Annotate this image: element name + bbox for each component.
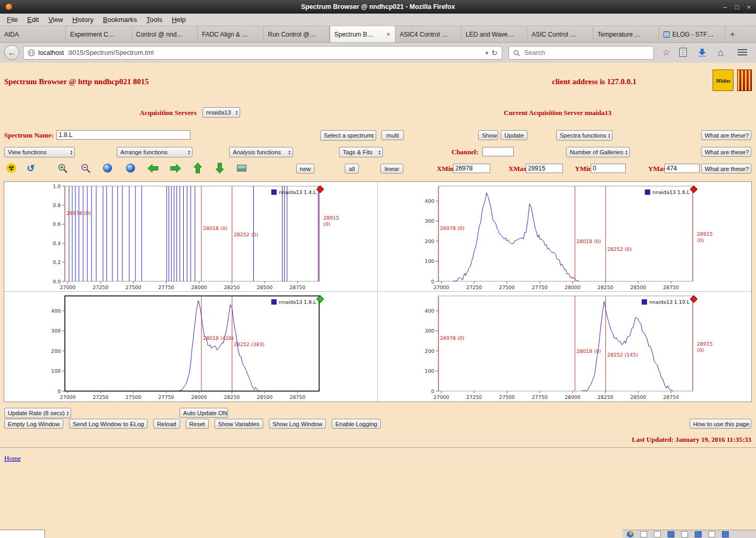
update-rate-dropdown[interactable]: Update Rate (8 secs) bbox=[4, 408, 71, 418]
blue-sphere-icon-1[interactable] bbox=[103, 164, 112, 173]
analysis-functions-dropdown[interactable]: Analysis functions bbox=[229, 147, 293, 157]
tab-close-icon[interactable]: × bbox=[386, 30, 391, 38]
how-to-use-button[interactable]: How to use this page bbox=[690, 419, 751, 429]
tab-elog[interactable]: ELOG - STF… bbox=[659, 26, 725, 42]
zoom-in-icon[interactable] bbox=[58, 163, 68, 174]
all-button[interactable]: all bbox=[345, 164, 359, 174]
menu-history[interactable]: History bbox=[67, 14, 98, 25]
back-button[interactable]: ← bbox=[4, 45, 19, 60]
background-window-edge[interactable] bbox=[0, 530, 45, 538]
home-link[interactable]: Home bbox=[4, 454, 21, 463]
tab-spectrum-browser[interactable]: Spectrum B… × bbox=[330, 26, 396, 42]
menu-view[interactable]: View bbox=[43, 14, 67, 25]
taskbar-icon-5[interactable] bbox=[695, 531, 702, 537]
ymin-input[interactable] bbox=[591, 164, 626, 173]
blue-sphere-icon-2[interactable] bbox=[126, 164, 135, 173]
arrange-functions-dropdown[interactable]: Arrange functions bbox=[117, 147, 193, 157]
downloads-icon[interactable] bbox=[698, 48, 706, 56]
channel-input[interactable] bbox=[482, 147, 514, 156]
hamburger-menu-icon[interactable] bbox=[738, 49, 747, 55]
svg-text:27750: 27750 bbox=[159, 284, 174, 290]
menu-file[interactable]: File bbox=[2, 14, 22, 25]
minimize-icon[interactable]: – bbox=[723, 3, 727, 11]
multi-button[interactable]: multi bbox=[381, 130, 404, 140]
home-icon[interactable]: ⌂ bbox=[718, 47, 724, 59]
show-log-window-button[interactable]: Show Log Window bbox=[269, 419, 326, 429]
xmax-input[interactable] bbox=[526, 164, 563, 173]
library-icon[interactable] bbox=[679, 48, 687, 57]
spectrum-plot-1-10-L[interactable]: 2700027250275002775028000282502850028750… bbox=[378, 292, 751, 402]
spectra-functions-dropdown[interactable]: Spectra functions bbox=[556, 130, 613, 141]
what-are-these-button-2[interactable]: What are these? bbox=[701, 147, 751, 157]
menu-edit[interactable]: Edit bbox=[22, 14, 43, 25]
taskbar-icon-3[interactable] bbox=[668, 531, 674, 537]
plot-cell-4: 2700027250275002775028000282502850028750… bbox=[378, 292, 751, 402]
tab-aida[interactable]: AIDA bbox=[0, 26, 66, 42]
new-tab-button[interactable]: + bbox=[725, 26, 740, 42]
what-are-these-button-3[interactable]: What are these? bbox=[701, 164, 751, 174]
image-icon[interactable] bbox=[237, 165, 246, 171]
reload-icon[interactable]: ↻ bbox=[491, 49, 498, 57]
what-are-these-button-1[interactable]: What are these? bbox=[701, 130, 751, 140]
arrow-right-icon[interactable] bbox=[170, 164, 181, 173]
arrow-down-icon[interactable] bbox=[216, 163, 224, 174]
taskbar-icon-6[interactable] bbox=[708, 531, 715, 537]
refresh-icon[interactable]: ↺ bbox=[27, 163, 35, 174]
url-bar[interactable]: localhost:8015/Spectrum/Spectrum.tml ▾ ↻ bbox=[23, 46, 502, 60]
daq-logo[interactable] bbox=[737, 70, 752, 91]
show-button[interactable]: Show bbox=[478, 130, 498, 140]
tab-experiment[interactable]: Experiment C… bbox=[66, 26, 132, 42]
tab-temperature[interactable]: Temperature … bbox=[593, 26, 659, 42]
reload-button[interactable]: Reload bbox=[153, 419, 179, 429]
tab-asic4-control[interactable]: ASIC4 Control … bbox=[396, 26, 461, 42]
svg-text:27000: 27000 bbox=[60, 284, 75, 290]
spectrum-name-input[interactable] bbox=[57, 130, 190, 140]
update-button[interactable]: Update bbox=[501, 130, 527, 140]
view-functions-dropdown[interactable]: View functions bbox=[4, 147, 75, 157]
url-dropdown-icon[interactable]: ▾ bbox=[486, 50, 489, 56]
auto-update-button[interactable]: Auto Update ON bbox=[179, 408, 228, 418]
maximize-icon[interactable]: □ bbox=[735, 3, 739, 11]
taskbar-icon-2[interactable] bbox=[654, 531, 661, 537]
arrow-left-icon[interactable] bbox=[148, 164, 159, 173]
close-icon[interactable]: × bbox=[747, 3, 751, 11]
tags-fits-dropdown[interactable]: Tags & Fits bbox=[339, 147, 383, 157]
bookmark-star-icon[interactable]: ☆ bbox=[662, 47, 670, 58]
search-bar[interactable] bbox=[509, 46, 654, 60]
svg-text:300: 300 bbox=[425, 218, 434, 224]
taskbar-icon-7[interactable] bbox=[722, 531, 729, 537]
tab-run-control[interactable]: Run Control @… bbox=[264, 26, 330, 42]
menu-bookmarks[interactable]: Bookmarks bbox=[98, 14, 142, 25]
spectrum-plot-1-4-L[interactable]: 2700027250275002775028000282502850028750… bbox=[4, 182, 378, 292]
search-input[interactable] bbox=[523, 49, 649, 57]
show-variables-button[interactable]: Show Variables bbox=[215, 419, 263, 429]
taskbar-firefox-icon[interactable] bbox=[627, 531, 634, 537]
taskbar-icon-4[interactable] bbox=[681, 531, 688, 537]
menu-tools[interactable]: Tools bbox=[142, 14, 167, 25]
spectrum-plot-1-6-L[interactable]: 2700027250275002775028000282502850028750… bbox=[378, 182, 751, 292]
linear-button[interactable]: linear bbox=[380, 164, 403, 174]
empty-log-window-button[interactable]: Empty Log Window bbox=[4, 419, 63, 429]
taskbar-icon-1[interactable] bbox=[640, 531, 647, 537]
radiation-icon[interactable]: ☢ bbox=[6, 163, 16, 173]
arrow-up-icon[interactable] bbox=[194, 163, 202, 174]
svg-text:28500: 28500 bbox=[257, 284, 273, 290]
tab-control[interactable]: Control @ nnd… bbox=[132, 26, 198, 42]
zoom-out-icon[interactable] bbox=[81, 163, 91, 174]
tab-asic-control[interactable]: ASIC Control … bbox=[527, 26, 593, 42]
send-log-to-elog-button[interactable]: Send Log Window to ELog bbox=[69, 419, 148, 429]
menu-help[interactable]: Help bbox=[167, 14, 190, 25]
spectrum-plot-1-8-L[interactable]: 2700027250275002775028000282502850028750… bbox=[4, 292, 378, 402]
number-of-galleries-dropdown[interactable]: Number of Galleries bbox=[566, 147, 630, 157]
midas-logo[interactable]: Midas bbox=[713, 70, 734, 91]
ymax-input[interactable] bbox=[664, 164, 699, 173]
enable-logging-button[interactable]: Enable Logging bbox=[332, 419, 381, 429]
tab-led-waveform[interactable]: LED and Wave… bbox=[461, 26, 527, 42]
xmin-input[interactable] bbox=[453, 164, 490, 173]
select-spectrum-dropdown[interactable]: Select a spectrum bbox=[320, 130, 376, 141]
acquisition-server-select[interactable]: nnaida13 bbox=[202, 107, 240, 118]
new-button[interactable]: new bbox=[296, 164, 314, 174]
reset-button[interactable]: Reset bbox=[186, 419, 209, 429]
tab-fadc-align[interactable]: FADC Align & … bbox=[198, 26, 264, 42]
url-path: :8015/Spectrum/Spectrum.tml bbox=[67, 49, 153, 56]
